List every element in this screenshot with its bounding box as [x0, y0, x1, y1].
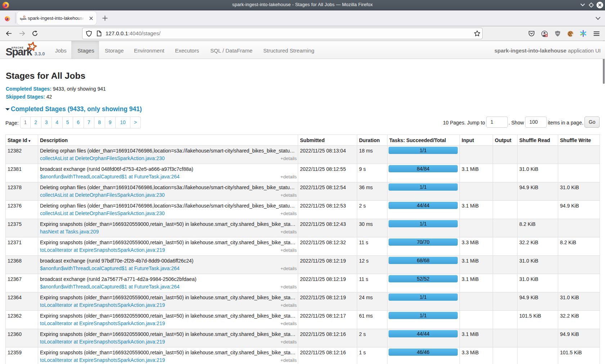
svg-text:Spark: Spark — [20, 17, 27, 21]
svg-text:UO: UO — [556, 32, 559, 35]
svg-text:Spark: Spark — [6, 46, 33, 58]
